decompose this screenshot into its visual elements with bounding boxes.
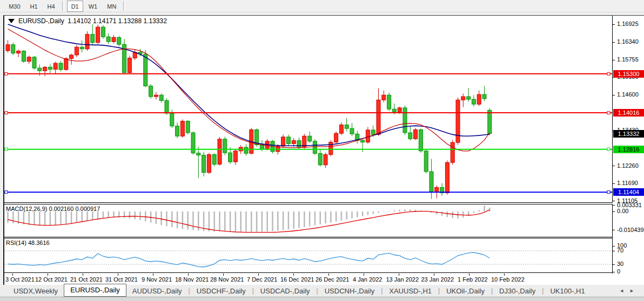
- macd-hist-bar: [129, 211, 131, 218]
- line-handle[interactable]: [607, 112, 610, 114]
- line-handle[interactable]: [607, 72, 610, 75]
- tab-usdx-weekly[interactable]: USDX,Weekly: [8, 286, 64, 296]
- candle-body: [22, 51, 25, 61]
- tab-uk100-h1[interactable]: UK100-,H1: [544, 286, 591, 296]
- line-handle[interactable]: [5, 148, 8, 150]
- candle-body: [313, 141, 317, 154]
- candle-body: [424, 151, 428, 172]
- timeframe-h4[interactable]: H4: [43, 1, 59, 12]
- tab-ukoil-daily[interactable]: UKOil-,Daily: [440, 286, 491, 296]
- tab-xauusd-h1[interactable]: XAUUSD-,H1: [383, 286, 438, 296]
- tab-audusd-daily[interactable]: AUDUSD-,Daily: [126, 286, 188, 296]
- price-tick-label: 1.16340: [617, 38, 639, 45]
- macd-hist-bar: [336, 211, 337, 222]
- tab-scroll-left-icon[interactable]: ◄: [619, 288, 629, 293]
- macd-hist-bar: [251, 211, 252, 232]
- macd-hist-bar: [12, 211, 14, 223]
- macd-hist-bar: [272, 211, 273, 231]
- macd-hist-bar: [240, 211, 242, 232]
- date-axis[interactable]: 3 Oct 202112 Oct 202121 Oct 202131 Oct 2…: [4, 273, 644, 285]
- candle-body: [70, 55, 73, 59]
- price-badge: 1.15300: [613, 70, 644, 78]
- candle-body: [472, 99, 475, 104]
- date-tick-mark: [188, 273, 189, 276]
- tab-eurusd-daily[interactable]: EURUSD-,Daily: [64, 284, 126, 297]
- candle-body: [435, 187, 439, 191]
- date-tick-mark: [469, 273, 469, 276]
- candle-body: [223, 139, 227, 153]
- price-badge: 1.14016: [613, 109, 644, 117]
- macd-hist-bar: [33, 211, 35, 225]
- candle-body: [149, 86, 153, 97]
- line-handle[interactable]: [607, 148, 610, 150]
- macd-hist-bar: [473, 211, 475, 213]
- macd-hist-bar: [224, 211, 226, 231]
- timeframe-5[interactable]: 5: [0, 1, 3, 12]
- macd-hist-bar: [139, 211, 141, 220]
- macd-hist-bar: [71, 211, 72, 223]
- tab-scroll-right-icon[interactable]: ►: [629, 288, 640, 293]
- candle-body: [85, 35, 89, 49]
- tab-dj30-daily[interactable]: DJ30-,Daily: [493, 286, 541, 296]
- macd-hist-bar: [230, 211, 231, 231]
- ma-slow-line: [8, 24, 490, 146]
- date-tick-mark: [328, 273, 329, 276]
- candle-body: [176, 126, 179, 136]
- candle-body: [286, 137, 290, 143]
- date-tick-mark: [504, 273, 505, 276]
- candle-body: [408, 133, 412, 139]
- candle-body: [445, 162, 449, 193]
- macd-hist-bar: [357, 211, 358, 217]
- tab-usdcad-daily[interactable]: USDCAD-,Daily: [254, 286, 316, 296]
- timeframe-d1[interactable]: D1: [67, 1, 83, 12]
- candle-body: [297, 141, 301, 147]
- rsi-indicator-panel[interactable]: [4, 238, 613, 273]
- candle-body: [11, 45, 15, 53]
- macd-hist-bar: [283, 211, 284, 230]
- candle-body: [144, 54, 147, 86]
- macd-hist-bar: [330, 211, 332, 223]
- toolbar-separator: [123, 1, 125, 11]
- line-handle[interactable]: [607, 191, 610, 194]
- date-tick-label: 31 Oct 2021: [105, 276, 138, 283]
- macd-hist-bar: [235, 211, 237, 231]
- candle-body: [38, 68, 42, 71]
- rsi-tick-label: 30: [617, 261, 623, 267]
- line-handle[interactable]: [5, 112, 8, 114]
- timeframe-m30[interactable]: M30: [4, 1, 24, 12]
- line-handle[interactable]: [5, 72, 8, 75]
- date-tick-label: 23 Jan 2022: [421, 276, 454, 283]
- macd-hist-bar: [171, 211, 173, 227]
- macd-hist-bar: [462, 211, 464, 217]
- candle-body: [482, 94, 486, 99]
- tab-usdchf-daily[interactable]: USDCHF-,Daily: [191, 286, 252, 296]
- main-price-chart[interactable]: [4, 16, 613, 203]
- candle-body: [53, 63, 57, 69]
- axis-tick-mark: [613, 272, 615, 272]
- candle-body: [91, 35, 95, 43]
- candle-body: [75, 47, 78, 55]
- timeframe-h1[interactable]: H1: [26, 1, 42, 12]
- candle-body: [456, 100, 460, 142]
- candle-body: [292, 141, 296, 144]
- tab-usdcnh-daily[interactable]: USDCNH-,Daily: [319, 286, 380, 296]
- timeframe-w1[interactable]: W1: [84, 1, 102, 12]
- candle-body: [371, 130, 375, 134]
- candle-body: [186, 121, 190, 133]
- line-handle[interactable]: [5, 191, 8, 194]
- timeframe-mn[interactable]: MN: [103, 1, 120, 12]
- date-tick-label: 3 Oct 2021: [5, 276, 35, 283]
- tab-scroll-arrows[interactable]: ◄►: [619, 288, 640, 293]
- candle-body: [488, 110, 492, 133]
- candle-body: [191, 133, 195, 153]
- candle-body: [106, 37, 110, 42]
- chart-window[interactable]: EURUSD-,Daily 1.14102 1.14171 1.13288 1.…: [3, 15, 644, 285]
- macd-hist-bar: [160, 211, 162, 225]
- macd-hist-bar: [145, 211, 146, 221]
- date-tick-mark: [223, 273, 224, 276]
- macd-hist-bar: [198, 211, 199, 231]
- candle-body: [377, 100, 380, 134]
- price-axis[interactable]: 1.169251.163401.157551.151851.146001.134…: [613, 16, 644, 273]
- macd-tick-label: -0.010439: [617, 227, 644, 233]
- axis-tick-mark: [613, 24, 615, 25]
